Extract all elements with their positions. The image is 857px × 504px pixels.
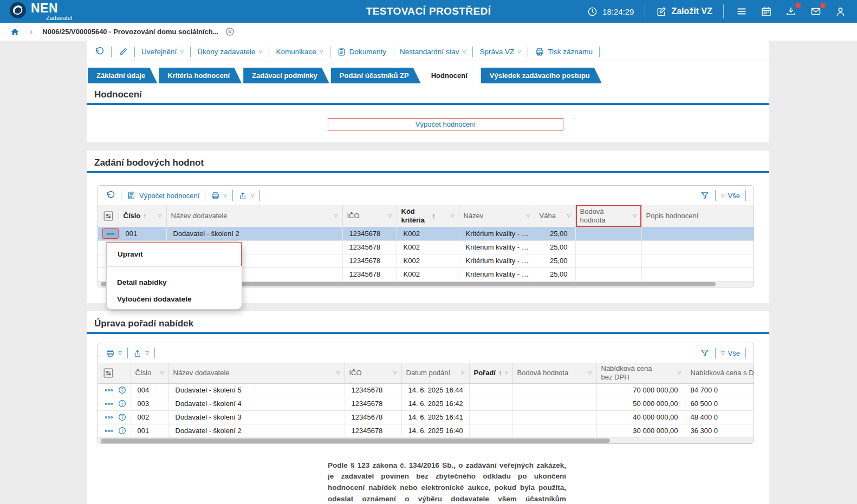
header-cena-s-dph[interactable]: Nabídková cena s DPH — [686, 363, 754, 383]
breadcrumb-item[interactable]: N006/25/V00005640 - Provozování domu soc… — [42, 28, 218, 36]
cell-poradi[interactable] — [469, 397, 512, 410]
row-menu-button[interactable] — [105, 389, 113, 392]
cell-poradi[interactable] — [469, 424, 512, 437]
cell-bodova[interactable] — [575, 254, 641, 267]
grid-vypocet-button[interactable]: Výpočet hodnocení — [127, 191, 199, 200]
cell-poradi[interactable] — [469, 410, 512, 424]
row-menu-button[interactable] — [105, 416, 113, 419]
tab-vysledek[interactable]: Výsledek zadávacího postupu — [481, 68, 602, 83]
info-icon[interactable] — [118, 385, 127, 395]
cell-bodova[interactable] — [575, 227, 641, 240]
dropdown-icon: ▽ — [588, 370, 592, 375]
header-ico[interactable]: IČO ▽ — [345, 363, 401, 383]
filter-icon[interactable] — [700, 191, 710, 200]
header-nazev-dodavatele[interactable]: Název dodavatele ▽ — [166, 205, 342, 227]
dropdown-icon: ▽ — [145, 351, 149, 356]
header-nazev[interactable]: Název ▽ — [459, 205, 535, 227]
header-datum-podani[interactable]: Datum podání ▽ — [401, 363, 469, 383]
scrollbar-thumb[interactable] — [101, 438, 610, 443]
tab-hodnoceni[interactable]: Hodnocení — [423, 68, 479, 83]
vypocet-hodnoceni-button[interactable]: Výpočet hodnocení — [328, 118, 563, 130]
print-button[interactable]: ▽ — [211, 191, 227, 200]
header-cena-bez-dph[interactable]: Nabídková cena bez DPH ▽ — [596, 363, 686, 383]
create-vz-button[interactable]: Založit VZ — [656, 6, 712, 17]
clock-icon — [587, 6, 598, 17]
row-menu-button[interactable] — [105, 429, 113, 433]
header-kod-kriteria[interactable]: Kód kritéria ↑ ▽ — [397, 205, 459, 227]
header-poradi[interactable]: Pořadí ↑ ▽ — [469, 363, 512, 383]
profile-button[interactable] — [834, 5, 847, 18]
export-button[interactable]: ▽ — [238, 191, 254, 200]
column-settings-button[interactable] — [98, 205, 119, 227]
header-bodova-hodnota[interactable]: Bodová hodnota ▽ — [575, 205, 641, 227]
menu-item-detail-nabidky[interactable]: Detail nabídky — [107, 274, 242, 291]
cell-datum: 14. 6. 2025 16:40 — [401, 424, 469, 437]
divider — [723, 4, 724, 18]
cell-poradi[interactable] — [469, 383, 512, 397]
header-bodova-hodnota[interactable]: Bodová hodnota ▽ — [512, 363, 596, 383]
app-logo[interactable]: NEN Zadavatel — [10, 2, 72, 21]
row-menu-button[interactable] — [105, 402, 113, 405]
header-cislo[interactable]: Číslo ▽ — [131, 363, 168, 383]
print-button[interactable]: ▽ — [106, 349, 122, 358]
messages-button[interactable] — [809, 5, 823, 18]
header-cislo[interactable]: Číslo ↑ ▽ — [119, 205, 166, 227]
info-icon[interactable] — [118, 413, 127, 422]
dropdown-icon: ▽ — [633, 213, 637, 218]
export-button[interactable]: ▽ — [133, 349, 149, 358]
table-row[interactable]: 001 Dodavatel - školení 2 12345678 14. 6… — [98, 424, 754, 437]
table-row[interactable]: 004 Dodavatel - školení 5 12345678 14. 6… — [98, 383, 754, 397]
tab-podani-ucastniku[interactable]: Podání účastníků ZP — [331, 68, 421, 83]
dropdown-icon: ▽ — [527, 213, 530, 218]
cell-popis[interactable] — [641, 267, 754, 281]
cell-popis[interactable] — [641, 240, 754, 254]
close-tab-icon[interactable] — [225, 27, 235, 37]
cell-bodova[interactable] — [575, 240, 641, 254]
tab-kriteria-hodnoceni[interactable]: Kritéria hodnocení — [159, 68, 242, 83]
tab-zadavaci-podminky[interactable]: Zadávací podmínky — [243, 68, 329, 83]
filter-icon[interactable] — [700, 348, 710, 358]
row-menu-button[interactable] — [102, 228, 119, 239]
divider — [745, 190, 746, 201]
menu-tisk-zaznamu[interactable]: Tisk záznamu — [535, 47, 593, 57]
accent-bar — [87, 171, 769, 173]
column-settings-button[interactable] — [98, 363, 131, 383]
menu-dokumenty[interactable]: Dokumenty — [337, 47, 386, 57]
cell-datum: 14. 6. 2025 16:44 — [401, 383, 469, 397]
table-row[interactable]: 003 Dodavatel - školení 4 12345678 14. 6… — [98, 397, 754, 410]
info-icon[interactable] — [118, 426, 127, 435]
header-cislo-label: Číslo — [135, 369, 152, 377]
menu-uverejneni[interactable]: Uveřejnění ▽ — [141, 48, 184, 56]
divider — [715, 190, 716, 201]
info-icon[interactable] — [118, 399, 127, 408]
cell-ico: 12345678 — [345, 383, 401, 397]
table-row[interactable]: 001 Dodavatel - školení 2 12345678 K002 … — [98, 227, 754, 240]
filter-all-selector[interactable]: ▽ Vše — [721, 349, 740, 357]
grid2-header-row: Číslo ▽ Název dodavatele ▽ IČO ▽ — [98, 363, 754, 383]
menu-item-upravit[interactable]: Upravit — [107, 242, 242, 266]
home-icon[interactable] — [10, 27, 20, 37]
header-vaha[interactable]: Váha ▽ — [535, 205, 575, 227]
calendar-button[interactable] — [759, 5, 773, 18]
header-nazev-dodavatele[interactable]: Název dodavatele ▽ — [168, 363, 345, 383]
menu-button[interactable] — [735, 5, 749, 18]
filter-all-selector[interactable]: ▽ Vše — [721, 192, 740, 200]
menu-nestandardni-stav[interactable]: Nestandardní stav ▽ — [400, 48, 466, 56]
menu-komunikace[interactable]: Komunikace ▽ — [276, 48, 323, 56]
refresh-icon[interactable] — [94, 47, 105, 57]
downloads-button[interactable] — [784, 5, 798, 18]
document-icon — [337, 47, 346, 57]
header-ico[interactable]: IČO ▽ — [342, 205, 397, 227]
menu-item-vylouceni-dodavatele[interactable]: Vyloučení dodavatele — [107, 291, 242, 307]
cell-popis[interactable] — [641, 227, 754, 240]
table-row[interactable]: 002 Dodavatel - školení 3 12345678 14. 6… — [98, 410, 754, 424]
row-context-menu: Upravit Detail nabídky Vyloučení dodavat… — [106, 241, 242, 310]
cell-bodova[interactable] — [575, 267, 641, 281]
header-popis-hodnoceni[interactable]: Popis hodnocení — [641, 205, 754, 227]
cell-popis[interactable] — [641, 254, 754, 267]
menu-ukony-zadavatele[interactable]: Úkony zadavatele ▽ — [197, 48, 262, 56]
refresh-icon[interactable] — [106, 191, 115, 200]
tab-zakladni-udaje[interactable]: Základní údaje — [88, 68, 157, 83]
edit-icon[interactable] — [118, 47, 128, 57]
menu-sprava-vz[interactable]: Správa VZ ▽ — [479, 48, 521, 56]
